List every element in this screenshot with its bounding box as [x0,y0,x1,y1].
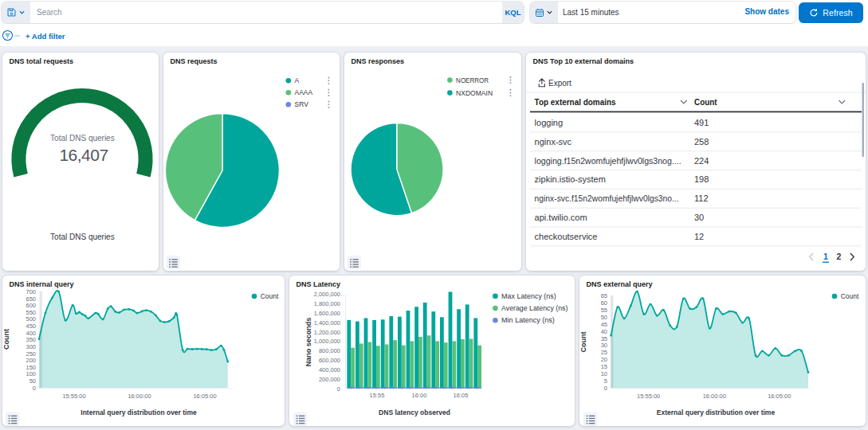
svg-text:15:55: 15:55 [370,392,385,399]
svg-text:1,600,000: 1,600,000 [314,310,340,317]
svg-text:2: 2 [837,252,842,261]
svg-text:0: 0 [337,385,340,393]
svg-text:150: 150 [26,364,36,371]
svg-text:Internal query distribution ov: Internal query distribution over time [81,408,197,416]
svg-text:NXDOMAIN: NXDOMAIN [456,89,493,97]
svg-text:0: 0 [604,385,607,392]
svg-text:Top external domains: Top external domains [535,97,616,107]
svg-text:800,000: 800,000 [319,347,340,354]
svg-text:60: 60 [601,299,607,307]
svg-text:nginx-svc.f15n2womfujehfjlwv0l: nginx-svc.f15n2womfujehfjlwv0lgs3no... [535,194,679,203]
svg-text:DNS latency observed: DNS latency observed [379,408,450,416]
svg-text:10: 10 [601,370,607,377]
svg-text:20: 20 [601,356,607,363]
svg-text:Total DNS queries: Total DNS queries [50,233,115,241]
svg-text:600,000: 600,000 [319,357,340,364]
svg-text:checkoutservice: checkoutservice [535,232,598,241]
svg-text:Max Latency (ns): Max Latency (ns) [501,292,556,300]
svg-text:Export: Export [548,79,571,88]
svg-text:224: 224 [694,156,709,166]
svg-text:DNS Latency: DNS Latency [297,280,341,288]
svg-text:DNS Top 10 external domains: DNS Top 10 external domains [533,57,634,65]
svg-text:DNS internal query: DNS internal query [10,280,74,288]
svg-text:15:55:00: 15:55:00 [62,393,85,400]
svg-text:nginx-svc: nginx-svc [535,137,572,147]
svg-text:35: 35 [601,335,607,342]
svg-text:Count: Count [2,329,10,350]
svg-text:DNS external query: DNS external query [587,280,653,288]
svg-text:api.twilio.com: api.twilio.com [535,213,587,222]
svg-text:30: 30 [694,213,704,222]
svg-text:45: 45 [601,321,607,328]
svg-text:5: 5 [604,377,607,385]
svg-text:logging.f15n2womfujehfjlwv0lgs: logging.f15n2womfujehfjlwv0lgs3nog.... [535,156,681,166]
svg-text:Total DNS queries: Total DNS queries [50,134,115,143]
svg-text:1: 1 [823,252,828,261]
svg-text:25: 25 [601,349,607,356]
svg-text:65: 65 [601,292,607,299]
svg-text:Min Latency (ns): Min Latency (ns) [501,316,555,324]
svg-text:12: 12 [694,232,704,241]
svg-text:Count: Count [694,97,717,107]
svg-text:External query distribution ov: External query distribution over time [657,408,776,416]
svg-text:Count: Count [261,292,279,300]
svg-text:50: 50 [601,314,607,321]
svg-text:A: A [295,76,300,84]
svg-text:DNS requests: DNS requests [171,57,218,65]
svg-text:16:05:00: 16:05:00 [768,393,791,400]
svg-text:198: 198 [694,174,709,184]
svg-text:1,000,000: 1,000,000 [314,338,340,345]
svg-text:16,407: 16,407 [59,146,108,164]
svg-text:200,000: 200,000 [319,376,340,383]
svg-text:491: 491 [694,118,709,127]
svg-text:1,800,000: 1,800,000 [314,300,340,307]
svg-text:55: 55 [601,307,607,314]
svg-text:1,200,000: 1,200,000 [314,329,340,336]
svg-text:Average Latency (ns): Average Latency (ns) [501,304,568,312]
svg-text:16:05:00: 16:05:00 [193,393,216,400]
svg-text:logging: logging [535,118,563,127]
svg-text:16:00: 16:00 [412,392,427,399]
svg-text:Count: Count [841,292,859,300]
svg-text:NOERROR: NOERROR [456,76,489,84]
svg-text:258: 258 [694,137,709,147]
svg-text:Nano seconds: Nano seconds [304,318,312,367]
svg-text:15:55:00: 15:55:00 [637,393,660,400]
svg-text:30: 30 [601,342,607,349]
svg-text:40: 40 [601,328,607,335]
svg-text:1,400,000: 1,400,000 [314,319,340,326]
svg-text:650: 650 [26,295,36,303]
svg-text:DNS total requests: DNS total requests [10,57,74,65]
svg-text:112: 112 [694,194,709,203]
svg-text:DNS responses: DNS responses [352,57,405,65]
svg-text:zipkin.istio-system: zipkin.istio-system [535,174,606,184]
svg-text:16:00:00: 16:00:00 [128,393,151,400]
svg-text:400,000: 400,000 [319,366,340,373]
svg-text:2,000,000: 2,000,000 [314,291,340,298]
svg-text:16:05: 16:05 [454,392,469,399]
svg-text:15: 15 [601,363,607,370]
svg-text:0: 0 [33,385,36,392]
svg-text:Count: Count [579,331,587,352]
svg-text:SRV: SRV [295,100,309,108]
svg-text:400: 400 [26,330,36,337]
svg-text:16:00:00: 16:00:00 [703,393,726,400]
svg-text:AAAA: AAAA [295,88,313,96]
